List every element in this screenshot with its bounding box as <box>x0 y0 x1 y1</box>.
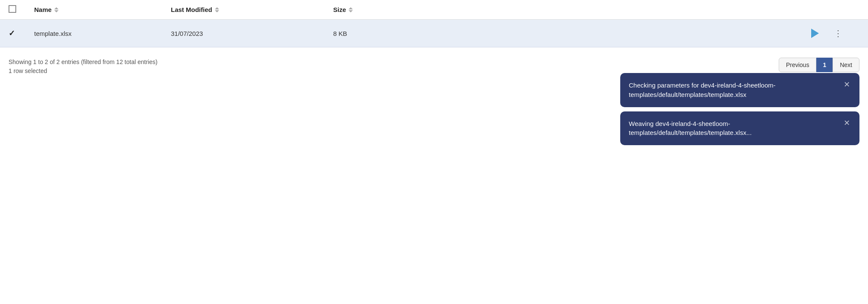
notification-text-1: Checking parameters for dev4-ireland-4-s… <box>629 81 838 99</box>
notification-close-2[interactable]: ✕ <box>843 119 851 127</box>
row-modified-cell: 31/07/2023 <box>171 30 333 37</box>
row-actions: ⋮ <box>808 26 859 40</box>
modified-header-label: Last Modified <box>171 6 212 13</box>
notification-item-1: Checking parameters for dev4-ireland-4-s… <box>620 73 859 107</box>
name-sort-icon[interactable] <box>54 7 59 12</box>
previous-button[interactable]: Previous <box>779 58 816 72</box>
modified-column-header: Last Modified <box>171 6 333 13</box>
size-sort-icon[interactable] <box>349 7 353 12</box>
sort-up-icon <box>54 7 59 9</box>
sort-up-icon <box>349 7 353 9</box>
play-button[interactable] <box>808 26 822 40</box>
footer-status: Showing 1 to 2 of 2 entries (filtered fr… <box>9 58 158 76</box>
notification-text-2: Weaving dev4-ireland-4-sheetloom-templat… <box>629 119 838 138</box>
next-button[interactable]: Next <box>833 58 859 72</box>
table-footer: Showing 1 to 2 of 2 entries (filtered fr… <box>0 47 868 86</box>
size-header-label: Size <box>333 6 346 13</box>
entry-count-text: Showing 1 to 2 of 2 entries (filtered fr… <box>9 58 158 67</box>
sort-down-icon <box>54 10 59 12</box>
row-modified: 31/07/2023 <box>171 30 203 37</box>
selected-count-text: 1 row selected <box>9 67 47 74</box>
size-column-header: Size <box>333 6 808 13</box>
select-all-checkbox[interactable] <box>9 5 16 13</box>
row-size: 8 KB <box>333 30 347 37</box>
sort-down-icon <box>215 10 219 12</box>
row-size-cell: 8 KB <box>333 30 808 37</box>
notifications-area: Checking parameters for dev4-ireland-4-s… <box>620 73 859 145</box>
name-header-label: Name <box>34 6 52 13</box>
select-all-column <box>9 5 34 14</box>
row-name-cell: template.xlsx <box>34 30 171 37</box>
row-checkmark-icon: ✓ <box>9 29 15 38</box>
sort-down-icon <box>349 10 353 12</box>
more-options-button[interactable]: ⋮ <box>830 26 846 40</box>
table-header: Name Last Modified Size <box>0 0 868 20</box>
name-column-header: Name <box>34 6 171 13</box>
play-icon <box>811 29 819 38</box>
row-checkbox-cell: ✓ <box>9 29 34 38</box>
pagination-controls: Previous 1 Next <box>779 58 859 72</box>
row-name: template.xlsx <box>34 30 72 37</box>
modified-sort-icon[interactable] <box>215 7 219 12</box>
notification-item-2: Weaving dev4-ireland-4-sheetloom-templat… <box>620 111 859 146</box>
notification-close-1[interactable]: ✕ <box>843 81 851 88</box>
current-page-number[interactable]: 1 <box>816 58 833 72</box>
sort-up-icon <box>215 7 219 9</box>
table-row[interactable]: ✓ template.xlsx 31/07/2023 8 KB ⋮ <box>0 20 868 47</box>
